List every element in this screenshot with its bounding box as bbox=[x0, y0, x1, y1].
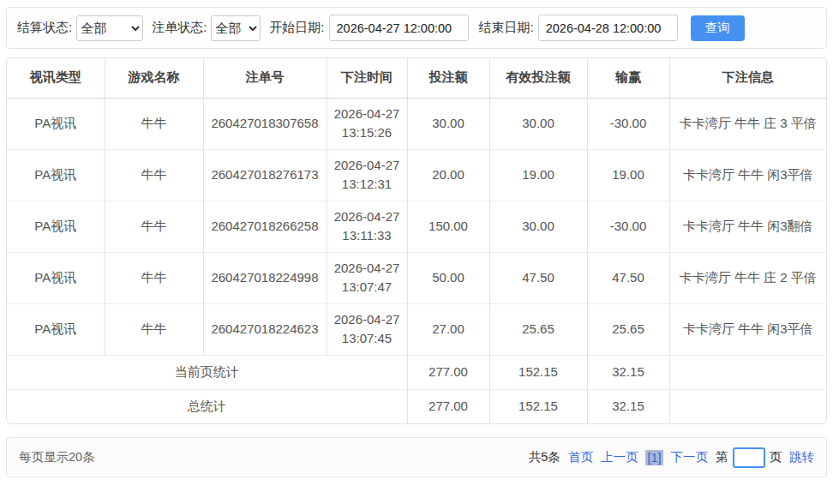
cell-valid-bet-amount: 19.00 bbox=[489, 149, 587, 201]
total-summary-label: 总统计 bbox=[7, 389, 407, 423]
cell-bet-number: 260427018266258 bbox=[203, 201, 327, 252]
current-page-indicator: [1] bbox=[645, 450, 662, 465]
header-game-name: 游戏名称 bbox=[105, 58, 203, 98]
cell-winloss: 25.65 bbox=[587, 303, 669, 355]
filter-bar: 结算状态: 全部 注单状态: 全部 开始日期: 结束日期: 查询 bbox=[6, 7, 827, 49]
table-row: PA视讯 牛牛 260427018224998 2026-04-27 13:07… bbox=[7, 252, 826, 303]
table-row: PA视讯 牛牛 260427018307658 2026-04-27 13:15… bbox=[7, 98, 826, 149]
end-date-input[interactable] bbox=[538, 15, 678, 41]
page-summary-winloss: 32.15 bbox=[587, 355, 669, 389]
cell-game-name: 牛牛 bbox=[105, 303, 203, 355]
header-winloss: 输赢 bbox=[587, 58, 669, 98]
cell-video-type: PA视讯 bbox=[7, 98, 105, 149]
cell-game-name: 牛牛 bbox=[105, 149, 203, 201]
cell-valid-bet-amount: 30.00 bbox=[489, 98, 587, 149]
header-video-type: 视讯类型 bbox=[7, 58, 105, 98]
cell-bet-info: 卡卡湾厅 牛牛 闲3平倍 bbox=[669, 149, 826, 201]
cell-bet-amount: 27.00 bbox=[407, 303, 489, 355]
header-bet-amount: 投注额 bbox=[407, 58, 489, 98]
cell-bet-number: 260427018224623 bbox=[203, 303, 327, 355]
page-summary-row: 当前页统计 277.00 152.15 32.15 bbox=[7, 355, 826, 389]
cell-bet-amount: 30.00 bbox=[407, 98, 489, 149]
first-page-link[interactable]: 首页 bbox=[568, 449, 593, 465]
settle-status-label: 结算状态: bbox=[17, 20, 72, 36]
table-row: PA视讯 牛牛 260427018276173 2026-04-27 13:12… bbox=[7, 149, 826, 201]
cell-winloss: 19.00 bbox=[587, 149, 669, 201]
cell-bet-number: 260427018307658 bbox=[203, 98, 327, 149]
cell-bet-info: 卡卡湾厅 牛牛 庄 2 平倍 bbox=[669, 252, 826, 303]
header-valid-bet-amount: 有效投注额 bbox=[489, 58, 587, 98]
cell-bet-number: 260427018276173 bbox=[203, 149, 327, 201]
table-row: PA视讯 牛牛 260427018224623 2026-04-27 13:07… bbox=[7, 303, 826, 355]
cell-bet-info: 卡卡湾厅 牛牛 闲3平倍 bbox=[669, 303, 826, 355]
cell-bet-time: 2026-04-27 13:11:33 bbox=[327, 201, 407, 252]
start-date-input[interactable] bbox=[329, 15, 469, 41]
bets-table-container: 视讯类型 游戏名称 注单号 下注时间 投注额 有效投注额 输赢 下注信息 PA视… bbox=[6, 57, 827, 424]
total-summary-valid-bet-amount: 152.15 bbox=[489, 389, 587, 423]
cell-bet-time: 2026-04-27 13:07:47 bbox=[327, 252, 407, 303]
header-bet-time: 下注时间 bbox=[327, 58, 407, 98]
page-summary-label: 当前页统计 bbox=[7, 355, 407, 389]
cell-video-type: PA视讯 bbox=[7, 149, 105, 201]
cell-bet-number: 260427018224998 bbox=[203, 252, 327, 303]
cell-valid-bet-amount: 30.00 bbox=[489, 201, 587, 252]
jump-prefix-label: 第 bbox=[716, 449, 728, 465]
cell-winloss: -30.00 bbox=[587, 201, 669, 252]
settle-status-select[interactable]: 全部 bbox=[76, 15, 143, 41]
next-page-link[interactable]: 下一页 bbox=[671, 449, 709, 465]
table-row: PA视讯 牛牛 260427018266258 2026-04-27 13:11… bbox=[7, 201, 826, 252]
cell-valid-bet-amount: 25.65 bbox=[489, 303, 587, 355]
start-date-label: 开始日期: bbox=[269, 20, 324, 36]
total-summary-info bbox=[669, 389, 826, 423]
end-date-label: 结束日期: bbox=[479, 20, 534, 36]
cell-bet-time: 2026-04-27 13:12:31 bbox=[327, 149, 407, 201]
total-summary-bet-amount: 277.00 bbox=[407, 389, 489, 423]
cell-winloss: 47.50 bbox=[587, 252, 669, 303]
cell-video-type: PA视讯 bbox=[7, 252, 105, 303]
jump-group: 第 页 bbox=[716, 447, 782, 468]
prev-page-link[interactable]: 上一页 bbox=[601, 449, 638, 465]
page-jump-input[interactable] bbox=[733, 447, 765, 468]
cell-bet-info: 卡卡湾厅 牛牛 庄 3 平倍 bbox=[669, 98, 826, 149]
total-summary-row: 总统计 277.00 152.15 32.15 bbox=[7, 389, 826, 423]
cell-bet-amount: 50.00 bbox=[407, 252, 489, 303]
cell-game-name: 牛牛 bbox=[105, 252, 203, 303]
jump-link[interactable]: 跳转 bbox=[789, 449, 814, 465]
query-button[interactable]: 查询 bbox=[691, 15, 745, 41]
header-bet-info: 下注信息 bbox=[669, 58, 826, 98]
cell-game-name: 牛牛 bbox=[105, 201, 203, 252]
cell-video-type: PA视讯 bbox=[7, 303, 105, 355]
cell-video-type: PA视讯 bbox=[7, 201, 105, 252]
cell-bet-time: 2026-04-27 13:15:26 bbox=[327, 98, 407, 149]
cell-valid-bet-amount: 47.50 bbox=[489, 252, 587, 303]
cell-winloss: -30.00 bbox=[587, 98, 669, 149]
jump-suffix-label: 页 bbox=[770, 449, 782, 465]
cell-bet-amount: 20.00 bbox=[407, 149, 489, 201]
header-bet-number: 注单号 bbox=[203, 58, 327, 98]
footer-bar: 每页显示20条 共5条 首页 上一页 [1] 下一页 第 页 跳转 bbox=[6, 437, 827, 477]
page-summary-bet-amount: 277.00 bbox=[407, 355, 489, 389]
cell-bet-info: 卡卡湾厅 牛牛 闲3翻倍 bbox=[669, 201, 826, 252]
cell-game-name: 牛牛 bbox=[105, 98, 203, 149]
bet-status-select[interactable]: 全部 bbox=[211, 15, 261, 41]
pagination: 共5条 首页 上一页 [1] 下一页 第 页 跳转 bbox=[529, 447, 814, 468]
cell-bet-amount: 150.00 bbox=[407, 201, 489, 252]
page-size-text: 每页显示20条 bbox=[19, 449, 95, 465]
bets-table: 视讯类型 游戏名称 注单号 下注时间 投注额 有效投注额 输赢 下注信息 PA视… bbox=[7, 58, 826, 423]
table-header-row: 视讯类型 游戏名称 注单号 下注时间 投注额 有效投注额 输赢 下注信息 bbox=[7, 58, 826, 98]
page-summary-valid-bet-amount: 152.15 bbox=[489, 355, 587, 389]
cell-bet-time: 2026-04-27 13:07:45 bbox=[327, 303, 407, 355]
total-summary-winloss: 32.15 bbox=[587, 389, 669, 423]
bet-status-label: 注单状态: bbox=[152, 20, 207, 36]
page-summary-info bbox=[669, 355, 826, 389]
total-count-text: 共5条 bbox=[529, 449, 560, 465]
